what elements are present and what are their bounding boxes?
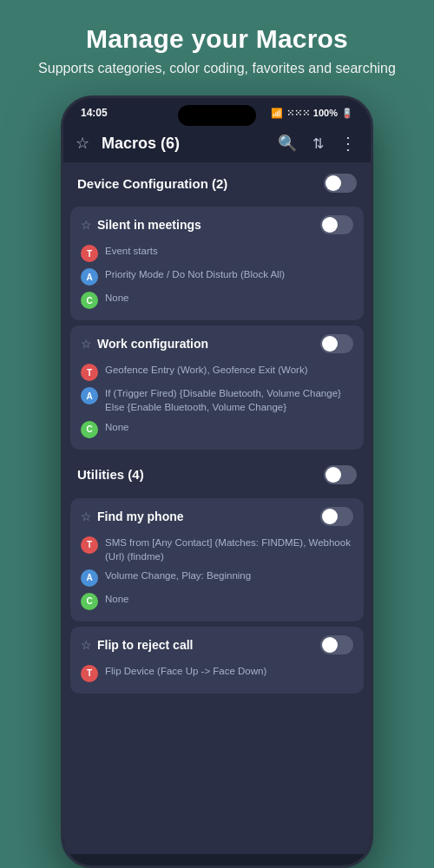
macro-title-row: ☆ Find my phone — [81, 510, 184, 523]
macro-star-icon[interactable]: ☆ — [81, 638, 92, 652]
search-icon[interactable]: 🔍 — [276, 132, 299, 155]
macro-card-find-my-phone: ☆ Find my phone T SMS from [Any Contact]… — [70, 498, 364, 621]
macro-detail: A If (Trigger Fired) {Disable Bluetooth,… — [81, 384, 353, 417]
macro-title: Work configuration — [97, 337, 208, 351]
category-title: Device Configuration (2) — [77, 176, 227, 191]
category-title: Utilities (4) — [77, 467, 144, 482]
badge-c: C — [81, 292, 98, 309]
macro-detail: T Geofence Entry (Work), Geofence Exit (… — [81, 360, 353, 384]
detail-text: SMS from [Any Contact] (Matches: FINDME)… — [105, 536, 353, 563]
macro-detail: T Event starts — [81, 241, 353, 265]
badge-t: T — [81, 536, 98, 554]
detail-text: None — [105, 592, 129, 606]
app-bar: ☆ Macros (6) 🔍 ⇅ ⋮ — [63, 124, 371, 163]
badge-c: C — [81, 421, 98, 438]
macro-header: ☆ Find my phone — [81, 507, 353, 526]
macro-toggle-flip-to-reject[interactable] — [320, 635, 353, 654]
macro-title-row: ☆ Flip to reject call — [81, 638, 193, 652]
battery-level: 100% — [313, 108, 338, 118]
detail-text: If (Trigger Fired) {Disable Bluetooth, V… — [105, 386, 353, 414]
macro-header: ☆ Silent in meetings — [81, 215, 353, 234]
macro-title-row: ☆ Work configuration — [81, 337, 208, 351]
more-options-icon[interactable]: ⋮ — [338, 131, 358, 155]
app-header: Manage your Macros Supports categories, … — [12, 0, 422, 95]
app-title: Macros (6) — [102, 135, 267, 153]
macro-toggle-work-config[interactable] — [320, 334, 353, 353]
detail-text: Priority Mode / Do Not Disturb (Block Al… — [105, 267, 285, 281]
detail-text: Flip Device (Face Up -> Face Down) — [105, 664, 266, 678]
macro-card-flip-to-reject: ☆ Flip to reject call T Flip Device (Fac… — [70, 627, 364, 694]
macro-header: ☆ Flip to reject call — [81, 635, 353, 654]
macro-header: ☆ Work configuration — [81, 334, 353, 353]
macro-star-icon[interactable]: ☆ — [81, 218, 92, 232]
category-toggle-device-config[interactable] — [324, 174, 357, 193]
signal-bars: ⁙⁙⁙ — [286, 108, 310, 119]
collapse-icon[interactable]: ⇅ — [311, 134, 326, 154]
macro-title: Silent in meetings — [97, 218, 201, 232]
status-icons: 📶 ⁙⁙⁙ 100% 🪫 — [271, 108, 353, 119]
dynamic-island — [178, 105, 256, 126]
badge-c: C — [81, 593, 98, 610]
wifi-icon: 📶 — [271, 108, 283, 119]
macro-star-icon[interactable]: ☆ — [81, 510, 92, 523]
favorite-icon[interactable]: ☆ — [76, 134, 89, 153]
detail-text: None — [105, 420, 129, 434]
macro-star-icon[interactable]: ☆ — [81, 337, 92, 351]
category-header-utilities: Utilities (4) — [63, 455, 371, 495]
detail-text: Volume Change, Play: Beginning — [105, 569, 251, 582]
app-bar-actions: 🔍 ⇅ ⋮ — [276, 131, 358, 155]
detail-text: Event starts — [105, 244, 158, 258]
status-time: 14:05 — [81, 107, 108, 119]
badge-a: A — [81, 569, 98, 587]
macro-toggle-find-my-phone[interactable] — [320, 507, 353, 526]
badge-t: T — [81, 665, 98, 682]
macro-title: Find my phone — [97, 510, 184, 523]
category-header-device-config: Device Configuration (2) — [63, 163, 371, 203]
macro-detail: T SMS from [Any Contact] (Matches: FINDM… — [81, 533, 353, 566]
macro-detail: A Priority Mode / Do Not Disturb (Block … — [81, 265, 353, 288]
badge-a: A — [81, 387, 98, 404]
macro-detail: C None — [81, 288, 353, 312]
macro-title: Flip to reject call — [97, 638, 193, 652]
phone-frame: 14:05 📶 ⁙⁙⁙ 100% 🪫 ☆ Macros (6) 🔍 ⇅ ⋮ De… — [61, 95, 373, 868]
macro-detail: C None — [81, 418, 353, 441]
badge-a: A — [81, 268, 98, 286]
detail-text: Geofence Entry (Work), Geofence Exit (Wo… — [105, 363, 307, 377]
macro-toggle-silent-meetings[interactable] — [320, 215, 353, 234]
macro-detail: C None — [81, 589, 353, 613]
battery-icon: 🪫 — [341, 108, 353, 119]
badge-t: T — [81, 245, 98, 262]
macros-list: Device Configuration (2) ☆ Silent in mee… — [63, 163, 371, 854]
detail-text: None — [105, 291, 129, 305]
macro-card-silent-meetings: ☆ Silent in meetings T Event starts A Pr… — [70, 207, 364, 320]
header-subtitle: Supports categories, color coding, favor… — [38, 59, 396, 78]
badge-t: T — [81, 364, 98, 381]
macro-detail: T Flip Device (Face Up -> Face Down) — [81, 661, 353, 685]
macro-detail: A Volume Change, Play: Beginning — [81, 566, 353, 589]
macro-title-row: ☆ Silent in meetings — [81, 218, 201, 232]
macro-card-work-config: ☆ Work configuration T Geofence Entry (W… — [70, 326, 364, 449]
header-title: Manage your Macros — [38, 24, 396, 54]
category-toggle-utilities[interactable] — [324, 465, 357, 484]
